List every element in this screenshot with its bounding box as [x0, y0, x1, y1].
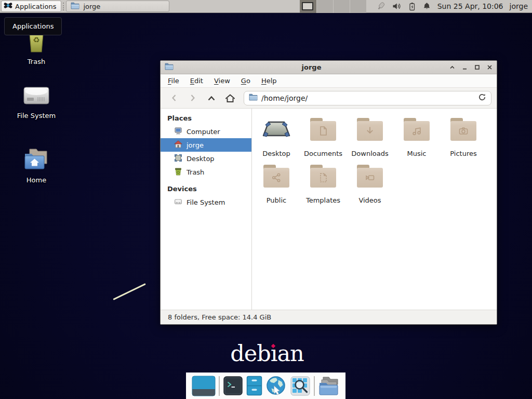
system-tray	[376, 2, 431, 11]
forward-button[interactable]	[184, 90, 201, 106]
path-bar[interactable]: /home/jorge/	[244, 91, 491, 105]
file-manager-launcher[interactable]	[318, 376, 340, 396]
menubar: File Edit View Go Help	[161, 74, 497, 88]
workspace-1[interactable]	[300, 0, 316, 13]
file-list: Desktop Documents	[252, 109, 497, 310]
desktop-icon-home[interactable]: Home	[4, 148, 69, 184]
shade-button[interactable]	[449, 64, 455, 70]
workspace-window-thumb	[302, 2, 313, 10]
top-panel: Applications jorge	[0, 0, 532, 13]
close-button[interactable]	[487, 64, 493, 70]
applications-tooltip: Applications	[4, 17, 62, 35]
sidebar-item-trash[interactable]: Trash	[161, 165, 251, 179]
workspace-3[interactable]	[333, 0, 350, 13]
desktop-special-icon	[262, 118, 291, 148]
sidebar-item-computer[interactable]: Computer	[161, 125, 251, 138]
show-desktop-button[interactable]	[192, 376, 216, 396]
home-button[interactable]	[222, 90, 238, 106]
reload-icon[interactable]	[478, 93, 486, 103]
dock-separator	[219, 376, 220, 396]
file-item-public[interactable]: Public	[254, 165, 299, 204]
sidebar-item-label: File System	[187, 198, 225, 206]
sidebar-item-label: Trash	[187, 168, 204, 176]
panel-handle	[63, 3, 65, 10]
hard-drive-icon	[174, 197, 182, 207]
computer-icon	[174, 127, 182, 137]
battery-charging-icon[interactable]	[408, 2, 416, 11]
folder-icon	[249, 93, 258, 103]
sidebar-item-label: Computer	[187, 128, 220, 136]
notifications-bell-icon[interactable]	[422, 2, 431, 10]
file-item-pictures[interactable]: Pictures	[441, 118, 486, 157]
folder-share-icon	[263, 165, 289, 188]
file-item-music[interactable]: Music	[394, 118, 440, 157]
web-browser-launcher[interactable]	[265, 376, 287, 396]
debian-logo: debıan	[231, 342, 303, 365]
desktop-icon-file-system[interactable]: File System	[4, 83, 69, 119]
path-text[interactable]: /home/jorge/	[261, 94, 474, 102]
taskbar-window-button[interactable]: jorge	[66, 1, 169, 12]
folder-pictures-icon	[450, 118, 476, 141]
folder-templates-icon	[310, 165, 336, 188]
menu-go[interactable]: Go	[241, 77, 250, 85]
folder-documents-icon	[310, 118, 336, 141]
terminal-launcher[interactable]	[223, 376, 243, 395]
workspace-switcher	[300, 0, 366, 13]
file-item-label: Videos	[358, 196, 381, 204]
workspace-4[interactable]	[350, 0, 366, 13]
svg-text:♻: ♻	[33, 35, 39, 45]
file-manager-window: jorge File Edit View Go Help	[160, 60, 497, 325]
file-item-label: Downloads	[351, 150, 388, 157]
folder-videos-icon	[357, 165, 383, 188]
titlebar[interactable]: jorge	[161, 61, 497, 74]
folder-icon	[165, 62, 174, 72]
devices-header: Devices	[161, 183, 251, 195]
toolbar: /home/jorge/	[161, 88, 497, 109]
desktop-icon-label: Trash	[28, 58, 45, 65]
sidebar-item-label: Desktop	[187, 155, 215, 163]
sidebar-item-jorge[interactable]: jorge	[161, 138, 251, 152]
sidebar-item-label: jorge	[187, 141, 204, 149]
panel-username: jorge	[510, 2, 528, 10]
maximize-button[interactable]	[474, 64, 480, 70]
folder-downloads-icon	[357, 118, 383, 141]
menu-file[interactable]: File	[168, 77, 179, 85]
house-icon	[174, 140, 182, 150]
menu-view[interactable]: View	[214, 77, 230, 85]
statusbar: 8 folders, Free space: 14.4 GiB	[161, 310, 497, 324]
places-header: Places	[161, 112, 251, 125]
applications-menu-button[interactable]: Applications	[1, 1, 61, 12]
volume-icon[interactable]	[392, 2, 402, 10]
dock-panel	[186, 373, 345, 399]
taskbar-window-label: jorge	[83, 3, 100, 10]
sidebar-item-desktop[interactable]: Desktop	[161, 152, 251, 165]
workspace-2[interactable]	[316, 0, 333, 13]
file-item-label: Pictures	[450, 150, 476, 157]
stray-line	[113, 283, 145, 300]
folder-icon	[71, 2, 79, 11]
file-item-documents[interactable]: Documents	[300, 118, 346, 157]
side-pane: Places Computer	[161, 109, 252, 310]
window-title: jorge	[174, 63, 449, 71]
file-item-videos[interactable]: Videos	[347, 165, 393, 204]
file-item-templates[interactable]: Templates	[300, 165, 346, 204]
up-button[interactable]	[203, 90, 220, 106]
dock-separator	[314, 376, 315, 396]
minimize-button[interactable]	[462, 64, 468, 70]
menu-edit[interactable]: Edit	[190, 77, 203, 85]
file-item-desktop[interactable]: Desktop	[254, 118, 299, 157]
input-device-icon[interactable]	[376, 2, 386, 11]
file-item-label: Desktop	[262, 150, 290, 157]
file-item-label: Public	[267, 196, 286, 204]
file-item-downloads[interactable]: Downloads	[347, 118, 393, 157]
folder-music-icon	[404, 118, 430, 141]
desktop-icon	[174, 154, 182, 164]
trash-icon	[174, 167, 182, 177]
sidebar-item-file-system[interactable]: File System	[161, 195, 251, 209]
application-finder-launcher[interactable]	[290, 376, 310, 396]
panel-clock[interactable]: Sun 25 Apr, 10:06	[437, 2, 503, 10]
file-cabinet-launcher[interactable]	[246, 376, 262, 396]
back-button[interactable]	[166, 90, 182, 106]
home-folder-icon	[22, 148, 50, 174]
menu-help[interactable]: Help	[261, 77, 277, 85]
